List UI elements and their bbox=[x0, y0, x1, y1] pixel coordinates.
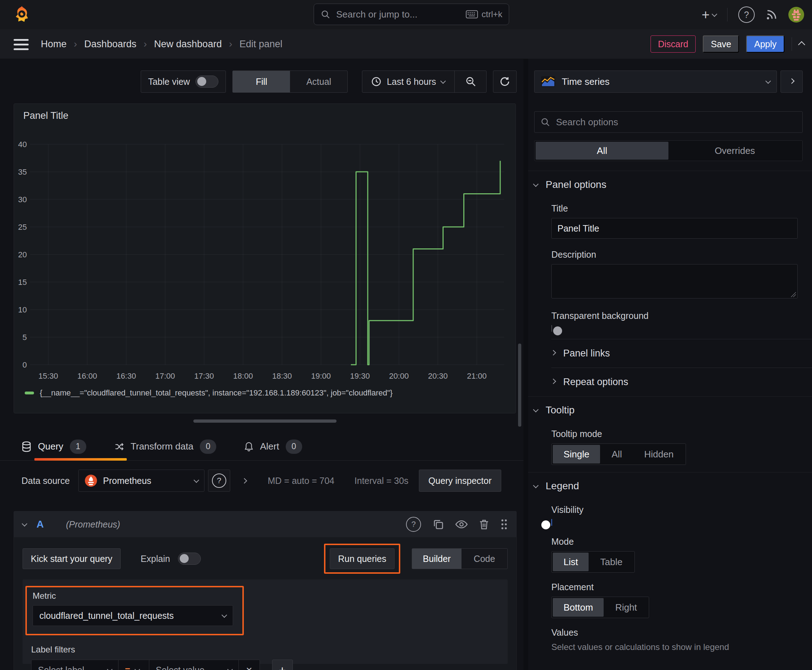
zoom-out-button[interactable] bbox=[455, 71, 486, 92]
fill-option[interactable]: Fill bbox=[233, 71, 290, 92]
add-menu-button[interactable]: + bbox=[702, 7, 716, 22]
legend-table-option[interactable]: Table bbox=[589, 553, 633, 571]
datasource-picker[interactable]: Prometheus bbox=[78, 470, 204, 492]
options-search-input[interactable] bbox=[555, 116, 797, 128]
breadcrumb-home[interactable]: Home bbox=[41, 39, 66, 50]
scrollbar-thumb[interactable] bbox=[518, 343, 521, 426]
tab-transform-data[interactable]: Transform data 0 bbox=[114, 433, 216, 460]
run-queries-button[interactable]: Run queries bbox=[330, 548, 395, 569]
datasource-help-button[interactable]: ? bbox=[208, 470, 230, 492]
code-option[interactable]: Code bbox=[461, 549, 507, 569]
edit-panel-workspace: Table view Fill Actual Last 6 hours Pane… bbox=[0, 59, 524, 670]
collapse-query-icon[interactable] bbox=[22, 521, 27, 526]
breadcrumb: Home › Dashboards › New dashboard › Edit… bbox=[41, 29, 283, 59]
active-tab-underline bbox=[34, 458, 127, 461]
divider bbox=[727, 8, 727, 22]
panel-links-section[interactable]: Panel links bbox=[528, 339, 812, 367]
actual-option[interactable]: Actual bbox=[290, 71, 347, 92]
panel-options-header[interactable]: Panel options bbox=[528, 171, 812, 198]
label-filters-label: Label filters bbox=[31, 645, 499, 655]
news-rss-icon[interactable] bbox=[765, 8, 778, 21]
tooltip-header[interactable]: Tooltip bbox=[528, 397, 812, 424]
collapse-header-icon[interactable] bbox=[798, 41, 805, 48]
apply-button[interactable]: Apply bbox=[746, 36, 785, 52]
svg-text:16:00: 16:00 bbox=[77, 372, 97, 381]
operator-dropdown[interactable]: = bbox=[119, 660, 149, 670]
query-count-badge: 1 bbox=[70, 440, 86, 454]
series-label[interactable]: {__name__="cloudflared_tunnel_total_requ… bbox=[40, 388, 393, 398]
breadcrumb-edit-panel: Edit panel bbox=[239, 39, 283, 50]
tooltip-mode-group: Single All Hidden bbox=[551, 443, 686, 465]
chevron-down-icon bbox=[533, 482, 539, 488]
run-queries-highlight: Run queries bbox=[324, 544, 400, 574]
delete-query-icon[interactable] bbox=[479, 519, 489, 530]
legend-values-label: Values bbox=[551, 628, 803, 638]
query-inspector-button[interactable]: Query inspector bbox=[419, 470, 501, 492]
viz-suggestions-button[interactable] bbox=[780, 71, 803, 93]
chevron-down-icon bbox=[227, 667, 233, 670]
tab-query[interactable]: Query 1 bbox=[22, 433, 86, 460]
options-search[interactable] bbox=[534, 111, 803, 133]
chevron-down-icon bbox=[533, 181, 539, 187]
filter-tab-all[interactable]: All bbox=[536, 142, 668, 160]
svg-text:19:00: 19:00 bbox=[311, 372, 331, 381]
svg-text:5: 5 bbox=[22, 333, 27, 342]
svg-text:21:00: 21:00 bbox=[467, 372, 487, 381]
metric-label: Metric bbox=[32, 591, 233, 601]
tooltip-hidden-option[interactable]: Hidden bbox=[633, 445, 684, 464]
discard-button[interactable]: Discard bbox=[651, 36, 696, 52]
grafana-logo[interactable] bbox=[13, 5, 31, 24]
tab-alert[interactable]: Alert 0 bbox=[244, 433, 302, 460]
placement-right-option[interactable]: Right bbox=[604, 598, 648, 617]
transparent-background-toggle[interactable] bbox=[551, 325, 552, 332]
metric-select[interactable]: cloudflared_tunnel_total_requests bbox=[32, 605, 233, 626]
query-ref-id[interactable]: A bbox=[37, 519, 44, 530]
expand-options-icon[interactable] bbox=[242, 478, 247, 484]
keyboard-icon bbox=[466, 10, 478, 19]
select-label-dropdown[interactable]: Select label bbox=[31, 660, 119, 670]
chart-svg[interactable]: 051015202530354015:3016:0016:3017:0017:3… bbox=[17, 140, 505, 390]
tooltip-single-option[interactable]: Single bbox=[553, 445, 600, 464]
query-help-icon[interactable]: ? bbox=[406, 517, 421, 532]
table-view-toggle[interactable] bbox=[195, 76, 219, 88]
pane-divider[interactable] bbox=[524, 59, 528, 670]
avatar[interactable] bbox=[788, 7, 804, 22]
panel-title[interactable]: Panel Title bbox=[23, 110, 68, 121]
chevron-down-icon bbox=[107, 667, 113, 670]
help-icon[interactable]: ? bbox=[738, 7, 755, 23]
legend-list-option[interactable]: List bbox=[553, 553, 588, 571]
menu-toggle-icon[interactable] bbox=[14, 39, 29, 50]
panel-title-input[interactable] bbox=[551, 218, 798, 239]
global-search[interactable]: ctrl+k bbox=[314, 3, 509, 25]
repeat-options-section[interactable]: Repeat options bbox=[528, 368, 812, 396]
duplicate-query-icon[interactable] bbox=[432, 519, 444, 530]
search-shortcut: ctrl+k bbox=[481, 9, 502, 19]
panel-resize-handle[interactable] bbox=[193, 420, 337, 423]
description-textarea[interactable] bbox=[551, 264, 798, 298]
breadcrumb-new-dashboard[interactable]: New dashboard bbox=[154, 39, 222, 50]
drag-handle-icon[interactable] bbox=[500, 519, 508, 530]
svg-text:25: 25 bbox=[18, 223, 27, 232]
toggle-visibility-icon[interactable] bbox=[455, 520, 468, 529]
placement-bottom-option[interactable]: Bottom bbox=[553, 598, 603, 617]
explain-toggle[interactable] bbox=[178, 553, 201, 565]
refresh-button[interactable] bbox=[493, 71, 517, 93]
kick-start-query-button[interactable]: Kick start your query bbox=[22, 548, 120, 569]
visualization-picker[interactable]: Time series bbox=[534, 71, 777, 93]
filter-tab-overrides[interactable]: Overrides bbox=[668, 142, 801, 160]
chart-legend: {__name__="cloudflared_tunnel_total_requ… bbox=[25, 388, 393, 398]
legend-visibility-toggle[interactable] bbox=[551, 519, 552, 526]
time-range-picker[interactable]: Last 6 hours bbox=[362, 71, 454, 92]
tooltip-all-option[interactable]: All bbox=[601, 445, 632, 464]
save-button[interactable]: Save bbox=[703, 36, 739, 52]
breadcrumb-dashboards[interactable]: Dashboards bbox=[84, 39, 136, 50]
builder-option[interactable]: Builder bbox=[412, 549, 461, 569]
panel-preview: Panel Title 051015202530354015:3016:0016… bbox=[14, 103, 516, 413]
select-value-dropdown[interactable]: Select value bbox=[149, 660, 239, 670]
search-input[interactable] bbox=[336, 8, 461, 20]
resize-grip-icon[interactable] bbox=[791, 292, 796, 297]
legend-header[interactable]: Legend bbox=[528, 472, 812, 500]
datasource-name: Prometheus bbox=[103, 475, 189, 486]
remove-filter-button[interactable]: × bbox=[239, 660, 260, 670]
add-filter-button[interactable]: + bbox=[272, 660, 293, 670]
